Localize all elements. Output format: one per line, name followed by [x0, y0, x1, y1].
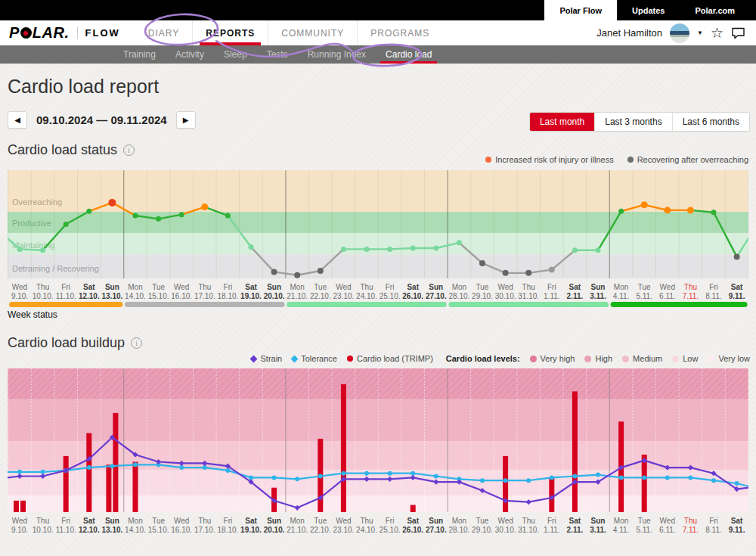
svg-text:29.10.: 29.10. [472, 292, 493, 300]
svg-text:Mon: Mon [128, 283, 142, 291]
svg-text:Fri: Fri [547, 283, 556, 291]
svg-text:Mon: Mon [290, 283, 304, 291]
info-icon[interactable] [131, 337, 142, 349]
svg-text:Wed: Wed [336, 517, 351, 525]
main-header: PLAR. FLOW DIARY REPORTS COMMUNITY PROGR… [0, 20, 756, 45]
logo-text-p: P [9, 24, 20, 42]
legend-recovering: Recovering after overreaching [627, 155, 748, 164]
last-month-button[interactable]: Last month [530, 113, 594, 131]
svg-text:18.10.: 18.10. [217, 292, 238, 300]
next-period-button[interactable]: ▶ [176, 111, 196, 129]
svg-text:Sun: Sun [429, 517, 443, 525]
top-bar: Polar Flow Updates Polar.com [0, 0, 756, 20]
very-low-dot-icon [708, 356, 714, 362]
medium-dot-icon [622, 356, 629, 362]
svg-text:Mon: Mon [128, 517, 142, 525]
toptab-polar-flow[interactable]: Polar Flow [544, 0, 617, 20]
svg-text:Sat: Sat [245, 517, 257, 525]
polar-logo[interactable]: PLAR. [9, 20, 70, 45]
last-6-months-button[interactable]: Last 6 months [672, 113, 749, 131]
svg-text:9.11.: 9.11. [729, 526, 745, 534]
cardio-load-buildup-chart[interactable]: Wed9.10.Thu10.10.Fri11.10.Sat12.10.Sun13… [8, 368, 748, 536]
svg-text:26.10.: 26.10. [402, 292, 423, 300]
level-high: High [584, 354, 612, 363]
last-3-months-button[interactable]: Last 3 months [594, 113, 671, 131]
subnav-item-training[interactable]: Training [113, 45, 166, 64]
svg-text:31.10.: 31.10. [518, 526, 539, 534]
svg-text:Thu: Thu [684, 517, 697, 525]
subnav-item-cardio-load[interactable]: Cardio load [376, 45, 442, 64]
user-name[interactable]: Janet Hamilton [596, 27, 662, 39]
svg-text:11.10.: 11.10. [56, 526, 76, 534]
svg-text:9.11.: 9.11. [729, 292, 745, 300]
feedback-chat-icon[interactable] [731, 26, 745, 39]
nav-item-community[interactable]: COMMUNITY [268, 20, 357, 45]
svg-text:Thu: Thu [522, 283, 535, 291]
legend-tolerance: Tolerance [292, 354, 337, 363]
svg-text:Wed: Wed [174, 517, 189, 525]
recovering-dot-icon [627, 157, 634, 163]
toptab-updates[interactable]: Updates [617, 0, 680, 20]
svg-text:28.10.: 28.10. [448, 526, 469, 534]
svg-text:25.10.: 25.10. [380, 526, 401, 534]
svg-text:Fri: Fri [224, 517, 233, 525]
range-button-group: Last month Last 3 months Last 6 months [529, 112, 750, 132]
svg-text:Thu: Thu [198, 517, 211, 525]
svg-text:6.11.: 6.11. [659, 526, 676, 534]
subnav-item-tests[interactable]: Tests [257, 45, 298, 64]
svg-text:Mon: Mon [614, 283, 628, 291]
status-heading-text: Cardio load status [8, 142, 117, 158]
svg-text:Tue: Tue [152, 517, 165, 525]
nav-item-programs[interactable]: PROGRAMS [357, 20, 442, 45]
cardio-load-status-chart[interactable]: OverreachingProductiveMaintainingDetrain… [8, 170, 748, 309]
svg-text:Fri: Fri [386, 283, 395, 291]
risk-dot-icon [485, 157, 491, 163]
svg-text:Wed: Wed [12, 283, 27, 291]
svg-text:Wed: Wed [497, 517, 513, 525]
svg-text:Thu: Thu [360, 283, 373, 291]
svg-text:6.11.: 6.11. [659, 292, 676, 300]
logo-text-lar: LAR. [33, 24, 70, 42]
toptab-polar-com[interactable]: Polar.com [680, 0, 750, 20]
buildup-heading-text: Cardio load buildup [8, 335, 125, 351]
svg-text:Sat: Sat [569, 283, 581, 291]
svg-text:21.10.: 21.10. [287, 526, 308, 534]
svg-text:Sun: Sun [429, 283, 443, 291]
svg-text:12.10.: 12.10. [79, 526, 100, 534]
svg-text:14.10.: 14.10. [125, 526, 146, 534]
nav-item-diary[interactable]: DIARY [135, 20, 192, 45]
svg-text:Thu: Thu [684, 283, 697, 291]
svg-text:22.10.: 22.10. [310, 292, 331, 300]
logo-o-icon [20, 27, 32, 39]
svg-text:18.10.: 18.10. [217, 526, 238, 534]
svg-text:Productive: Productive [12, 219, 51, 228]
nav-item-reports[interactable]: REPORTS [192, 20, 268, 45]
prev-period-button[interactable]: ◀ [8, 111, 27, 129]
svg-text:Wed: Wed [660, 517, 675, 525]
buildup-legend: Strain Tolerance Cardio load (TRIMP) Car… [251, 354, 750, 363]
svg-text:5.11.: 5.11. [636, 292, 652, 300]
svg-text:8.11.: 8.11. [705, 292, 722, 300]
svg-text:4.11.: 4.11. [613, 526, 630, 534]
high-dot-icon [584, 356, 591, 362]
svg-text:Fri: Fri [61, 283, 70, 291]
svg-text:Sat: Sat [731, 517, 743, 525]
svg-text:Tue: Tue [314, 283, 327, 291]
svg-text:Sat: Sat [83, 283, 95, 291]
svg-text:28.10.: 28.10. [448, 292, 469, 300]
svg-text:12.10.: 12.10. [79, 292, 100, 300]
buildup-section-heading: Cardio load buildup [8, 335, 142, 351]
subnav-item-running-index[interactable]: Running Index [298, 45, 376, 64]
user-avatar[interactable] [670, 23, 689, 43]
chevron-down-icon[interactable]: ▼ [697, 30, 703, 36]
svg-text:22.10.: 22.10. [310, 526, 331, 534]
svg-text:4.11.: 4.11. [613, 292, 630, 300]
svg-text:Thu: Thu [360, 517, 373, 525]
subnav-item-sleep[interactable]: Sleep [214, 45, 257, 64]
levels-label: Cardio load levels: [446, 354, 520, 363]
legend-increased-risk: Increased risk of injury or illness [485, 155, 614, 164]
info-icon[interactable] [123, 144, 135, 156]
favorite-star-icon[interactable]: ☆ [711, 26, 723, 40]
reports-subnav: Training Activity Sleep Tests Running In… [0, 45, 756, 64]
subnav-item-activity[interactable]: Activity [166, 45, 214, 64]
